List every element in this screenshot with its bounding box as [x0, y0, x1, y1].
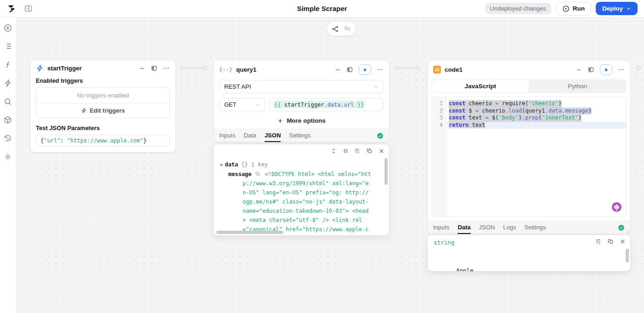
flow-view-icon[interactable]	[332, 25, 339, 33]
output-result-popup: string Apple	[427, 234, 631, 272]
input-port[interactable]	[203, 66, 207, 70]
code-token: $(	[489, 114, 499, 121]
json-message-row[interactable]: message<!DOCTYPE html> <html xmlns="http…	[220, 170, 372, 236]
left-sidebar	[0, 17, 16, 313]
deploy-button[interactable]: Deploy	[596, 2, 638, 15]
json-root-row[interactable]: ▼data{}1 key	[220, 160, 383, 170]
tab-logs[interactable]: Logs	[503, 221, 516, 234]
code-token: load	[508, 108, 522, 114]
code-token: const	[449, 114, 465, 121]
api-type-select[interactable]: REST API	[219, 80, 384, 93]
lang-tab-javascript[interactable]: JavaScript	[431, 80, 530, 93]
integrations-icon[interactable]	[3, 115, 13, 125]
collapse-icon[interactable]	[343, 148, 349, 154]
tree-icon[interactable]	[596, 239, 602, 245]
copy-icon[interactable]	[255, 171, 260, 176]
chevron-down-icon	[626, 6, 631, 11]
ai-copilot-icon[interactable]	[611, 202, 622, 212]
code-editor[interactable]: 1const cheerio = require('cheerio')2cons…	[431, 97, 627, 217]
more-options-icon[interactable]	[377, 66, 384, 73]
tab-inputs[interactable]: Inputs	[433, 221, 449, 234]
more-options-icon[interactable]	[618, 66, 625, 73]
lang-tab-python[interactable]: Python	[529, 80, 627, 92]
code-token: prop	[525, 114, 538, 121]
app: Simple Scraper Undeployed changes Run De…	[0, 0, 644, 313]
node-title: startTrigger	[47, 65, 82, 72]
code-token: "https://www.apple.com"	[67, 137, 143, 144]
node-query1[interactable]: {··} query1 REST API GET {{	[213, 60, 390, 142]
minimize-node-icon[interactable]	[334, 67, 341, 73]
run-node-button[interactable]	[600, 64, 612, 75]
vertical-scrollbar[interactable]	[384, 158, 388, 185]
run-button[interactable]: Run	[556, 2, 591, 16]
open-panel-icon[interactable]	[346, 66, 353, 73]
minimize-node-icon[interactable]	[576, 67, 582, 73]
connection-wire	[185, 68, 203, 68]
workflow-canvas[interactable]: startTrigger Enabled triggers No trigger…	[16, 17, 644, 313]
panel-toggle-icon[interactable]	[24, 4, 33, 13]
tab-data[interactable]: Data	[243, 129, 256, 142]
enabled-triggers-heading: Enabled triggers	[30, 76, 175, 87]
code1-output-port[interactable]	[637, 66, 641, 70]
history-icon[interactable]	[3, 133, 13, 143]
grid-view-icon[interactable]	[344, 25, 351, 33]
code-token: =	[475, 108, 479, 114]
add-icon[interactable]	[3, 23, 13, 33]
code1-tabbar: InputsDataJSONLogsSettings	[428, 221, 630, 234]
unfold-icon[interactable]	[331, 148, 337, 154]
open-panel-icon[interactable]	[588, 66, 594, 73]
copy-icon[interactable]	[367, 148, 373, 154]
url-template-input[interactable]: {{ startTrigger.data.url }}	[269, 98, 384, 111]
triggers-icon[interactable]	[3, 78, 13, 88]
input-port[interactable]	[416, 66, 420, 70]
node-code1[interactable]: JS code1 JavaScriptPython 1const cheerio…	[427, 60, 631, 234]
close-icon[interactable]	[378, 148, 384, 154]
tab-inputs[interactable]: Inputs	[219, 129, 235, 142]
tab-data[interactable]: Data	[458, 221, 470, 234]
close-icon[interactable]	[620, 239, 626, 245]
search-icon[interactable]	[3, 97, 13, 106]
function-icon[interactable]	[3, 60, 13, 69]
code-token: )	[588, 108, 592, 114]
tab-json[interactable]: JSON	[479, 221, 495, 234]
node-start-trigger[interactable]: startTrigger Enabled triggers No trigger…	[30, 60, 176, 153]
more-options-button[interactable]: More options	[214, 113, 389, 129]
chevron-down-icon	[373, 84, 378, 90]
zap-icon	[36, 64, 44, 72]
node-title: code1	[445, 66, 463, 73]
test-json-heading: Test JSON Parameters	[30, 124, 175, 135]
tab-settings[interactable]: Settings	[524, 221, 546, 234]
code-line[interactable]: 4return text	[432, 122, 626, 129]
plus-icon	[277, 118, 283, 124]
edit-triggers-button[interactable]: Edit triggers	[36, 103, 169, 118]
tree-icon[interactable]	[355, 148, 361, 154]
code-line[interactable]: 2const $ = cheerio.load(query1.data.mess…	[432, 108, 626, 115]
test-json-input[interactable]: {"url": "https://www.apple.com"}	[36, 135, 170, 147]
output-port[interactable]	[181, 66, 185, 70]
run-node-button[interactable]	[359, 64, 371, 75]
minimize-node-icon[interactable]	[139, 65, 145, 72]
code-token: cheerio	[465, 100, 495, 107]
code-token: .	[562, 108, 565, 114]
copy-icon[interactable]	[608, 239, 614, 245]
tab-json[interactable]: JSON	[265, 129, 281, 142]
code-token	[498, 100, 502, 107]
tab-settings[interactable]: Settings	[289, 129, 311, 142]
settings-icon[interactable]	[3, 152, 13, 161]
horizontal-scrollbar[interactable]	[216, 231, 283, 234]
code-token: }	[143, 137, 147, 144]
caret-down-icon[interactable]: ▼	[220, 163, 222, 167]
code-token: "url"	[44, 137, 60, 144]
more-options-icon[interactable]	[163, 65, 170, 72]
code-token: )	[558, 100, 561, 107]
code-token: )	[519, 114, 522, 121]
http-method-select[interactable]: GET	[219, 98, 266, 111]
code-line[interactable]: 3const text = $('body').prop('innerText'…	[432, 114, 626, 122]
list-icon[interactable]	[3, 41, 13, 51]
vertical-scrollbar[interactable]	[626, 249, 629, 262]
resize-handle[interactable]	[625, 229, 629, 233]
app-logo-icon[interactable]	[6, 4, 17, 14]
open-panel-icon[interactable]	[151, 65, 158, 72]
output-port[interactable]	[394, 66, 398, 70]
code-line[interactable]: 1const cheerio = require('cheerio')	[432, 100, 626, 108]
